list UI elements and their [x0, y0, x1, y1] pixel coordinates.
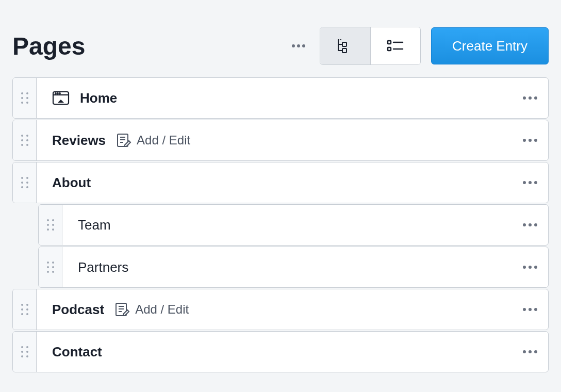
drag-handle[interactable]: [13, 289, 37, 330]
list-view-button[interactable]: [370, 27, 420, 64]
list-item: Podcast Add / Edit: [12, 289, 549, 330]
list-item-label: Podcast: [52, 302, 104, 318]
row-more-button[interactable]: [512, 332, 548, 372]
tree-icon: [336, 38, 355, 54]
drag-handle[interactable]: [39, 205, 62, 245]
edit-list-icon: [114, 302, 130, 317]
row-more-button[interactable]: [512, 78, 548, 118]
svg-rect-0: [342, 42, 346, 46]
svg-rect-1: [342, 48, 346, 53]
drag-icon: [21, 92, 28, 104]
page-title: Pages: [12, 32, 85, 60]
drag-icon: [47, 262, 54, 273]
drag-icon: [21, 135, 28, 146]
list-item-main[interactable]: Contact: [37, 332, 512, 372]
svg-point-7: [55, 93, 56, 94]
view-toggle: [320, 27, 421, 65]
drag-icon: [21, 304, 28, 315]
drag-handle[interactable]: [13, 162, 37, 203]
row-more-button[interactable]: [512, 289, 548, 330]
list-item-main[interactable]: Reviews Add / Edit: [37, 120, 512, 160]
more-icon: [523, 223, 537, 226]
list-item: Home: [12, 77, 549, 119]
drag-icon: [21, 177, 28, 188]
drag-handle[interactable]: [13, 78, 37, 118]
list-item-label: Home: [80, 90, 117, 106]
add-edit-link[interactable]: Add / Edit: [114, 302, 189, 317]
create-entry-button[interactable]: Create Entry: [431, 27, 549, 64]
more-icon: [523, 139, 537, 142]
drag-handle[interactable]: [13, 120, 37, 160]
list-item-main[interactable]: About: [37, 162, 512, 203]
more-icon: [523, 308, 537, 311]
list-item-label: Contact: [52, 344, 102, 360]
add-edit-label: Add / Edit: [135, 302, 189, 317]
svg-rect-2: [388, 41, 391, 44]
list-item: About: [12, 162, 549, 203]
svg-point-8: [57, 93, 58, 94]
tree-view-button[interactable]: [320, 27, 370, 64]
list-item: Contact: [12, 331, 549, 372]
list-item-label: Partners: [78, 259, 128, 275]
list-item-label: Team: [78, 217, 111, 233]
more-icon: [523, 266, 537, 269]
list-icon: [386, 38, 405, 54]
svg-rect-4: [388, 47, 391, 51]
row-more-button[interactable]: [512, 247, 548, 287]
list-item-main[interactable]: Partners: [62, 247, 512, 287]
drag-handle[interactable]: [13, 332, 37, 372]
svg-point-9: [59, 93, 60, 94]
more-icon: [523, 96, 537, 100]
more-icon: [523, 181, 537, 184]
list-item-label: Reviews: [52, 133, 106, 149]
list-item: Partners: [38, 247, 549, 288]
row-more-button[interactable]: [512, 120, 548, 160]
drag-handle[interactable]: [39, 247, 62, 287]
drag-icon: [21, 346, 28, 357]
list-item-label: About: [52, 175, 91, 191]
list-item-main[interactable]: Podcast Add / Edit: [37, 289, 512, 330]
add-edit-label: Add / Edit: [137, 133, 190, 148]
add-edit-link[interactable]: Add / Edit: [116, 133, 190, 148]
list-item-main[interactable]: Home: [37, 78, 512, 118]
more-icon: [523, 350, 537, 353]
list-item-main[interactable]: Team: [62, 205, 512, 245]
header-more-button[interactable]: [288, 40, 309, 52]
drag-icon: [47, 219, 54, 231]
edit-list-icon: [116, 133, 131, 148]
list-item: Reviews Add / Edit: [12, 120, 549, 161]
home-icon: [52, 90, 70, 106]
list-item: Team: [38, 204, 549, 246]
row-more-button[interactable]: [512, 205, 548, 245]
row-more-button[interactable]: [512, 162, 548, 203]
pages-list: Home Reviews Add / E: [0, 77, 561, 372]
